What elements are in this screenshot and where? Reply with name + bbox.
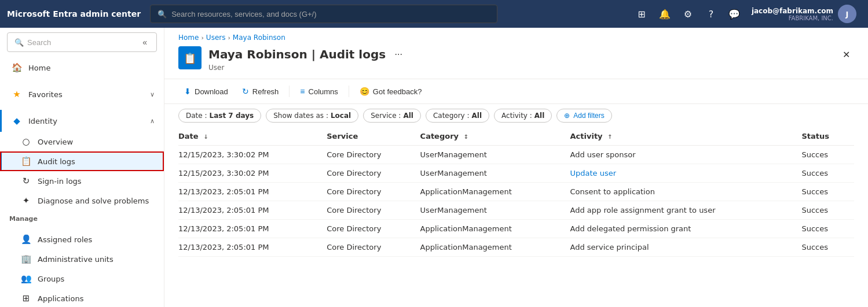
cell-activity: Add app role assignment grant to user [570,201,802,220]
cell-status: Succes [801,183,854,201]
sidebar-subitem-signin-logs[interactable]: ↻ Sign-in logs [0,171,164,191]
sidebar-search-box[interactable]: 🔍 « [7,32,157,52]
user-menu[interactable]: jacob@fabrikam.com FABRIKAM, INC. J [747,2,861,25]
refresh-icon: ↻ [242,87,249,96]
sidebar-item-label: Overview [38,138,155,146]
filter-date[interactable]: Date : Last 7 days [178,109,261,123]
sidebar-search-input[interactable] [27,38,137,47]
avatar[interactable]: J [838,5,856,23]
breadcrumb-users[interactable]: Users [206,34,226,42]
table-row[interactable]: 12/13/2023, 2:05:01 PMCore DirectoryAppl… [178,183,854,201]
table-row[interactable]: 12/15/2023, 3:30:02 PMCore DirectoryUser… [178,164,854,183]
sidebar-subitem-overview[interactable]: ○ Overview [0,132,164,151]
sidebar-item-label: Favorites [28,90,144,99]
cell-activity[interactable]: Update user [570,164,802,183]
global-search[interactable]: 🔍 [150,5,497,23]
filter-service[interactable]: Service : All [363,109,421,123]
sidebar-subitem-assigned-roles[interactable]: 👤 Assigned roles [0,230,164,249]
cell-activity: Add service principal [570,238,802,257]
col-service[interactable]: Service [327,127,420,146]
columns-button[interactable]: ≡ Columns [294,84,343,99]
add-filter-label: Add filters [573,112,604,120]
feedback-icon-toolbar: 😊 [360,87,369,96]
cell-activity: Add delegated permission grant [570,220,802,238]
sidebar-collapse-btn[interactable]: « [140,36,149,48]
notification-icon[interactable]: 🔔 [654,3,675,24]
cell-activity: Add user sponsor [570,146,802,164]
sidebar-subitem-audit-logs[interactable]: 📋 Audit logs [0,151,164,171]
sidebar-item-label: Administrative units [38,255,155,264]
cell-category: ApplicationManagement [420,238,570,257]
toolbar: ⬇ Download ↻ Refresh ≡ Columns 😊 Got fee… [164,79,868,104]
col-category-label: Category [420,132,459,140]
cell-date: 12/15/2023, 3:30:02 PM [178,164,327,183]
table-row[interactable]: 12/13/2023, 2:05:01 PMCore DirectoryAppl… [178,220,854,238]
cell-category: ApplicationManagement [420,183,570,201]
sidebar-subitem-applications[interactable]: ⊞ Applications [0,288,164,307]
table-header: Date ↓ Service Category ↕ Activity ↑ [178,127,854,146]
cell-date: 12/13/2023, 2:05:01 PM [178,238,327,257]
close-button[interactable]: ✕ [838,46,854,62]
sidebar-subitem-admin-units[interactable]: 🏢 Administrative units [0,249,164,269]
sidebar-item-favorites[interactable]: ★ Favorites ∨ [0,83,164,105]
breadcrumb: Home › Users › Maya Robinson [164,28,868,42]
cell-category: UserManagement [420,201,570,220]
table-row[interactable]: 12/13/2023, 2:05:01 PMCore DirectoryUser… [178,201,854,220]
table-row[interactable]: 12/13/2023, 2:05:01 PMCore DirectoryAppl… [178,238,854,257]
sidebar-manage-label: Manage [0,210,164,225]
breadcrumb-maya[interactable]: Maya Robinson [233,34,285,42]
download-icon: ⬇ [184,87,191,96]
cell-service: Core Directory [327,183,420,201]
filter-show-dates[interactable]: Show dates as : Local [266,109,358,123]
settings-icon[interactable]: ⚙ [677,3,698,24]
activity-link[interactable]: Update user [570,169,617,177]
sidebar-subitem-diagnose[interactable]: ✦ Diagnose and solve problems [0,191,164,210]
breadcrumb-home[interactable]: Home [178,34,199,42]
overview-icon: ○ [20,136,32,147]
cell-activity: Consent to application [570,183,802,201]
page-title: Maya Robinson | Audit logs ··· [208,46,831,62]
refresh-label: Refresh [252,87,279,96]
cell-status: Succes [801,164,854,183]
feedback-label: Got feedback? [373,87,422,96]
sort-icon-date: ↓ [203,134,208,140]
sidebar-search-icon: 🔍 [14,38,24,47]
feedback-button[interactable]: 😊 Got feedback? [354,84,428,99]
filter-category[interactable]: Category : All [426,109,489,123]
page-more-btn[interactable]: ··· [390,46,406,62]
help-icon[interactable]: ? [701,3,721,24]
page-subtitle: User [208,64,831,72]
cell-status: Succes [801,201,854,220]
cell-date: 12/13/2023, 2:05:01 PM [178,183,327,201]
add-filter-button[interactable]: ⊕ Add filters [556,109,611,123]
columns-icon: ≡ [300,87,305,96]
filter-activity[interactable]: Activity : All [494,109,552,123]
page-title-text: Maya Robinson | Audit logs [208,47,386,61]
col-activity[interactable]: Activity ↑ [570,127,802,146]
apps-icon-sidebar: ⊞ [20,293,32,304]
col-category[interactable]: Category ↕ [420,127,570,146]
filter-service-value: All [403,112,413,120]
refresh-button[interactable]: ↻ Refresh [236,84,285,99]
user-email: jacob@fabrikam.com [752,7,833,15]
chevron-up-icon: ∧ [150,117,155,125]
sidebar-item-label: Audit logs [38,157,155,166]
col-date[interactable]: Date ↓ [178,127,327,146]
apps-icon[interactable]: ⊞ [631,3,652,24]
toolbar-divider-1 [289,86,290,97]
breadcrumb-sep-1: › [201,34,203,42]
sidebar-item-home[interactable]: 🏠 Home [0,57,164,79]
filter-show-dates-value: Local [331,112,351,120]
col-status[interactable]: Status [801,127,854,146]
main-layout: 🔍 « 🏠 Home ★ Favorites ∨ ◆ Identity ∧ ○ … [0,28,868,307]
main-content: Home › Users › Maya Robinson 📋 Maya Robi… [164,28,868,307]
sidebar-item-identity[interactable]: ◆ Identity ∧ [0,110,164,132]
table-row[interactable]: 12/15/2023, 3:30:02 PMCore DirectoryUser… [178,146,854,164]
global-search-input[interactable] [171,10,490,19]
audit-log-table-container[interactable]: Date ↓ Service Category ↕ Activity ↑ [164,127,868,307]
sidebar-subitem-groups[interactable]: 👥 Groups [0,269,164,288]
download-button[interactable]: ⬇ Download [178,84,234,99]
user-org: FABRIKAM, INC. [752,15,833,21]
sort-icon-category: ↕ [464,134,468,140]
feedback-icon[interactable]: 💬 [724,3,745,24]
